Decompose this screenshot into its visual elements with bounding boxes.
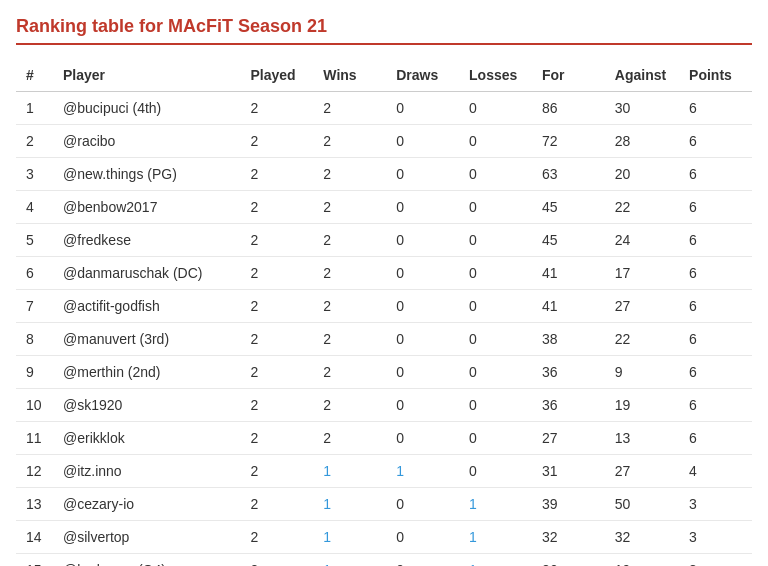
cell-losses: 1 [459, 521, 532, 554]
cell-points: 6 [679, 389, 752, 422]
cell-wins: 1 [313, 521, 386, 554]
cell-points: 6 [679, 422, 752, 455]
col-header-played: Played [240, 59, 313, 92]
cell-player: @krakonos (Q4) [53, 554, 240, 567]
col-header-losses: Losses [459, 59, 532, 92]
table-row: 11@erikklok220027136 [16, 422, 752, 455]
table-header-row: #PlayerPlayedWinsDrawsLossesForAgainstPo… [16, 59, 752, 92]
cell-played: 2 [240, 422, 313, 455]
cell-player: @danmaruschak (DC) [53, 257, 240, 290]
table-row: 6@danmaruschak (DC)220041176 [16, 257, 752, 290]
cell-for: 39 [532, 488, 605, 521]
cell-wins: 2 [313, 158, 386, 191]
cell-against: 30 [605, 92, 679, 125]
cell-for: 32 [532, 521, 605, 554]
cell-against: 32 [605, 521, 679, 554]
cell-player: @silvertop [53, 521, 240, 554]
cell-player: @merthin (2nd) [53, 356, 240, 389]
cell-played: 2 [240, 389, 313, 422]
cell-points: 3 [679, 554, 752, 567]
col-header-#: # [16, 59, 53, 92]
cell-wins: 1 [313, 554, 386, 567]
cell-against: 50 [605, 488, 679, 521]
cell-player: @new.things (PG) [53, 158, 240, 191]
cell-against: 19 [605, 554, 679, 567]
cell-: 5 [16, 224, 53, 257]
cell-points: 6 [679, 125, 752, 158]
col-header-draws: Draws [386, 59, 459, 92]
cell-for: 36 [532, 356, 605, 389]
cell-played: 2 [240, 224, 313, 257]
cell-draws: 0 [386, 554, 459, 567]
col-header-wins: Wins [313, 59, 386, 92]
col-header-player: Player [53, 59, 240, 92]
cell-: 13 [16, 488, 53, 521]
cell-for: 41 [532, 290, 605, 323]
cell-points: 6 [679, 92, 752, 125]
cell-against: 17 [605, 257, 679, 290]
cell-losses: 0 [459, 158, 532, 191]
table-row: 2@racibo220072286 [16, 125, 752, 158]
cell-points: 6 [679, 356, 752, 389]
cell-for: 27 [532, 422, 605, 455]
cell-wins: 2 [313, 125, 386, 158]
cell-wins: 2 [313, 257, 386, 290]
cell-player: @racibo [53, 125, 240, 158]
cell-losses: 0 [459, 290, 532, 323]
cell-draws: 1 [386, 455, 459, 488]
cell-losses: 0 [459, 422, 532, 455]
table-row: 14@silvertop210132323 [16, 521, 752, 554]
col-header-points: Points [679, 59, 752, 92]
cell-for: 45 [532, 191, 605, 224]
cell-player: @manuvert (3rd) [53, 323, 240, 356]
cell-losses: 0 [459, 191, 532, 224]
cell-points: 6 [679, 191, 752, 224]
table-row: 12@itz.inno211031274 [16, 455, 752, 488]
cell-draws: 0 [386, 389, 459, 422]
cell-points: 6 [679, 158, 752, 191]
cell-played: 2 [240, 125, 313, 158]
cell-for: 45 [532, 224, 605, 257]
cell-played: 2 [240, 356, 313, 389]
cell-draws: 0 [386, 191, 459, 224]
cell-player: @cezary-io [53, 488, 240, 521]
cell-player: @erikklok [53, 422, 240, 455]
table-row: 1@bucipuci (4th)220086306 [16, 92, 752, 125]
table-row: 8@manuvert (3rd)220038226 [16, 323, 752, 356]
cell-for: 41 [532, 257, 605, 290]
cell-player: @fredkese [53, 224, 240, 257]
table-row: 5@fredkese220045246 [16, 224, 752, 257]
cell-: 8 [16, 323, 53, 356]
cell-wins: 2 [313, 356, 386, 389]
col-header-for: For [532, 59, 605, 92]
cell-: 7 [16, 290, 53, 323]
cell-losses: 0 [459, 125, 532, 158]
cell-played: 2 [240, 257, 313, 290]
cell-player: @actifit-godfish [53, 290, 240, 323]
cell-: 12 [16, 455, 53, 488]
cell-player: @bucipuci (4th) [53, 92, 240, 125]
cell-draws: 0 [386, 422, 459, 455]
cell-draws: 0 [386, 488, 459, 521]
cell-: 11 [16, 422, 53, 455]
cell-against: 19 [605, 389, 679, 422]
cell-against: 20 [605, 158, 679, 191]
cell-: 15 [16, 554, 53, 567]
cell-losses: 1 [459, 488, 532, 521]
cell-draws: 0 [386, 521, 459, 554]
cell-wins: 1 [313, 455, 386, 488]
cell-: 1 [16, 92, 53, 125]
cell-played: 2 [240, 158, 313, 191]
cell-played: 2 [240, 488, 313, 521]
cell-against: 22 [605, 191, 679, 224]
cell-draws: 0 [386, 257, 459, 290]
cell-against: 27 [605, 455, 679, 488]
cell-draws: 0 [386, 323, 459, 356]
cell-draws: 0 [386, 92, 459, 125]
cell-player: @itz.inno [53, 455, 240, 488]
cell-for: 63 [532, 158, 605, 191]
table-row: 13@cezary-io210139503 [16, 488, 752, 521]
cell-against: 28 [605, 125, 679, 158]
cell-wins: 2 [313, 389, 386, 422]
cell-played: 2 [240, 323, 313, 356]
